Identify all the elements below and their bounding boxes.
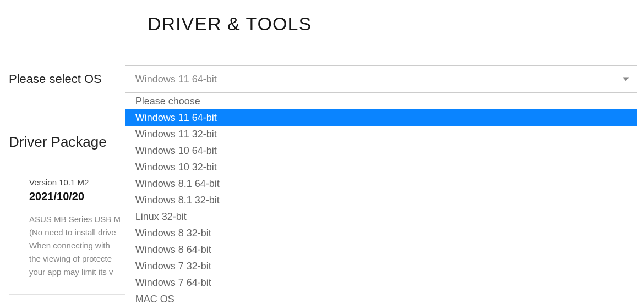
page-title: DRIVER & TOOLS [148, 13, 644, 35]
os-option[interactable]: Windows 8 64-bit [125, 241, 637, 258]
os-select-row: Please select OS Windows 11 64-bit Pleas… [0, 65, 644, 93]
os-option[interactable]: Windows 11 64-bit [125, 109, 637, 126]
os-select-label: Please select OS [9, 72, 102, 86]
os-option[interactable]: Linux 32-bit [125, 208, 637, 225]
os-option[interactable]: Windows 10 32-bit [125, 159, 637, 175]
os-option[interactable]: Windows 11 32-bit [125, 126, 637, 142]
os-option[interactable]: MAC OS [125, 291, 637, 304]
os-select-wrapper: Windows 11 64-bit Please chooseWindows 1… [125, 65, 637, 93]
os-option[interactable]: Windows 8 32-bit [125, 225, 637, 241]
os-select-value: Windows 11 64-bit [135, 74, 217, 85]
os-option[interactable]: Windows 8.1 64-bit [125, 175, 637, 192]
os-option[interactable]: Please choose [125, 93, 637, 109]
os-option[interactable]: Windows 7 32-bit [125, 258, 637, 274]
os-option[interactable]: Windows 7 64-bit [125, 274, 637, 291]
os-dropdown: Please chooseWindows 11 64-bitWindows 11… [125, 93, 637, 304]
os-select-box[interactable]: Windows 11 64-bit [125, 65, 637, 93]
os-option[interactable]: Windows 8.1 32-bit [125, 192, 637, 208]
chevron-down-icon [623, 78, 629, 81]
os-option[interactable]: Windows 10 64-bit [125, 142, 637, 159]
